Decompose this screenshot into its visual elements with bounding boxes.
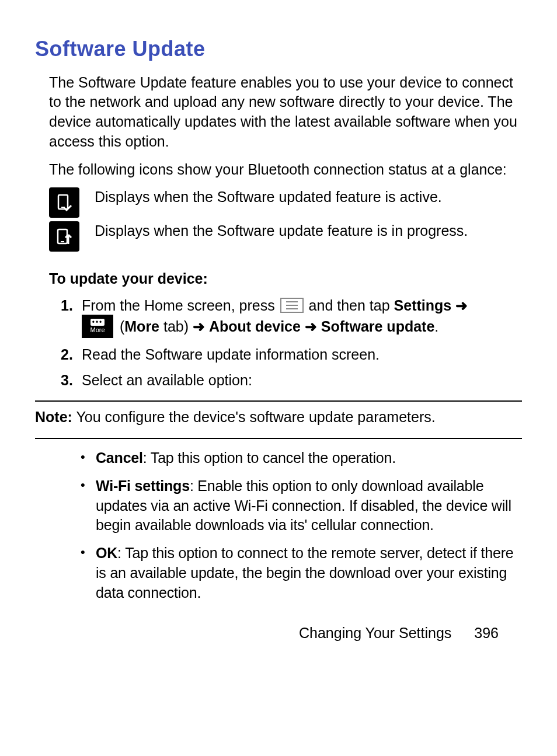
arrow-icon: ➜ <box>305 318 317 334</box>
menu-key-icon <box>280 298 304 313</box>
step-2-text: Read the Software update information scr… <box>82 345 522 365</box>
status-icon-row-progress: Displays when the Software update featur… <box>49 221 522 252</box>
note-paragraph: Note: You configure the device's softwar… <box>35 407 522 427</box>
intro-paragraph-1: The Software Update feature enables you … <box>49 73 522 152</box>
step-3-text: Select an available option: <box>82 371 522 391</box>
procedure-steps: 1. From the Home screen, press and then … <box>61 296 522 390</box>
status-icon-progress-text: Displays when the Software update featur… <box>95 221 522 241</box>
status-icon-row-active: Displays when the Software updated featu… <box>49 187 522 218</box>
page-number: 396 <box>474 623 499 643</box>
more-tab-icon: ••• More <box>82 315 113 338</box>
step-number: 1. <box>61 296 82 339</box>
list-item: OK: Tap this option to connect to the re… <box>81 544 522 602</box>
arrow-icon: ➜ <box>455 297 468 313</box>
status-icon-active-text: Displays when the Software updated featu… <box>95 187 522 207</box>
divider <box>35 438 522 439</box>
options-list: Cancel: Tap this option to cancel the op… <box>81 448 522 602</box>
list-item: Cancel: Tap this option to cancel the op… <box>81 448 522 468</box>
arrow-icon: ➜ <box>193 318 205 334</box>
svg-rect-1 <box>61 207 65 208</box>
list-item: Wi-Fi settings: Enable this option to on… <box>81 476 522 535</box>
step-1-text: From the Home screen, press and then tap… <box>82 296 522 339</box>
procedure-heading: To update your device: <box>49 269 522 289</box>
step-number: 2. <box>61 345 82 365</box>
intro-paragraph-2: The following icons show your Bluetooth … <box>49 160 522 180</box>
software-update-active-icon <box>49 187 79 218</box>
divider <box>35 400 522 402</box>
page-heading: Software Update <box>35 35 522 64</box>
svg-rect-3 <box>61 241 64 242</box>
page-footer: Changing Your Settings 396 <box>35 623 522 643</box>
footer-section-title: Changing Your Settings <box>299 625 451 641</box>
software-update-progress-icon <box>49 221 79 252</box>
step-number: 3. <box>61 371 82 391</box>
